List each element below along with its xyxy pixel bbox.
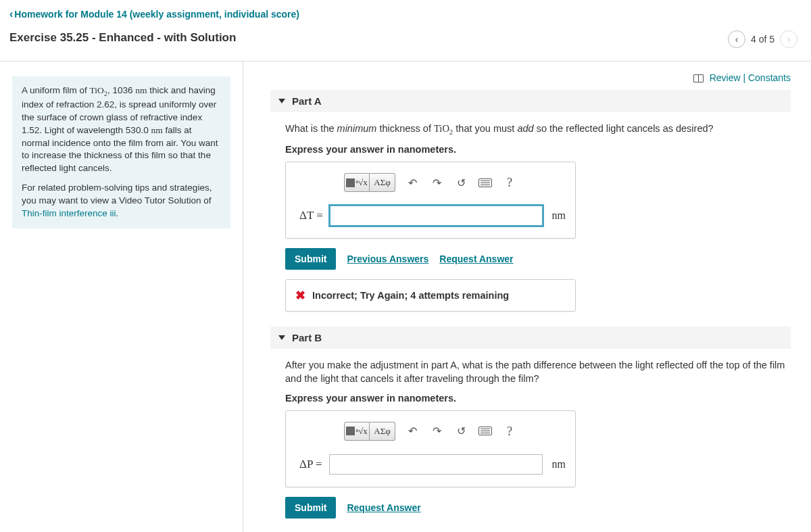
part-b-request-answer-link[interactable]: Request Answer <box>347 502 420 513</box>
template-icon <box>346 178 355 187</box>
part-a-unit: nm <box>549 210 566 222</box>
part-a-feedback-text: Incorrect; Try Again; 4 attempts remaini… <box>312 290 509 301</box>
caret-down-icon <box>278 99 285 103</box>
part-a: Part A What is the minimum thickness of … <box>270 90 791 312</box>
review-link[interactable]: Review <box>710 72 741 83</box>
keyboard-icon <box>478 178 492 187</box>
help-button[interactable]: ? <box>502 175 517 190</box>
pager-position: 4 of 5 <box>751 34 775 45</box>
part-b-answer-box: ⁿ√x ΑΣφ ↶ ↷ ↺ ? ΔP = nm <box>285 410 576 487</box>
part-b-variable: ΔP = <box>299 458 322 471</box>
part-a-submit-button[interactable]: Submit <box>285 248 336 270</box>
part-a-title: Part A <box>292 95 322 107</box>
problem-statement: A uniform film of TiO2, 1036 nm thick an… <box>12 76 230 228</box>
part-b-input[interactable] <box>329 454 543 475</box>
undo-button[interactable]: ↶ <box>405 424 420 439</box>
caret-down-icon <box>278 335 285 340</box>
part-b: Part B After you make the adjustment in … <box>270 327 791 518</box>
part-b-submit-button[interactable]: Submit <box>285 497 336 518</box>
part-a-previous-answers-link[interactable]: Previous Answers <box>347 253 428 264</box>
breadcrumb-label: Homework for Module 14 (weekly assignmen… <box>14 9 299 20</box>
keyboard-button[interactable] <box>478 175 493 190</box>
template-icon <box>346 427 355 435</box>
keyboard-button[interactable] <box>478 424 493 439</box>
breadcrumb-link[interactable]: ‹ Homework for Module 14 (weekly assignm… <box>9 8 299 20</box>
part-b-instruction: Express your answer in nanometers. <box>285 393 791 404</box>
video-tutor-link[interactable]: Thin-film interference iii <box>22 208 116 218</box>
part-a-input[interactable] <box>330 205 543 226</box>
help-button[interactable]: ? <box>502 424 517 439</box>
part-a-answer-box: ⁿ√x ΑΣφ ↶ ↷ ↺ ? ΔT = nm <box>285 162 576 239</box>
exercise-title: Exercise 35.25 - Enhanced - with Solutio… <box>0 24 245 54</box>
greek-letters-button[interactable]: ΑΣφ <box>370 173 395 192</box>
template-picker-button[interactable]: ⁿ√x <box>344 173 370 192</box>
part-a-question: What is the minimum thickness of TiO2 th… <box>285 122 791 137</box>
reset-button[interactable]: ↺ <box>453 175 468 190</box>
reset-button[interactable]: ↺ <box>453 424 468 439</box>
greek-letters-button[interactable]: ΑΣφ <box>370 422 395 441</box>
part-a-variable: ΔT = <box>299 209 323 222</box>
redo-button[interactable]: ↷ <box>429 175 444 190</box>
template-picker-button[interactable]: ⁿ√x <box>344 422 370 441</box>
part-a-instruction: Express your answer in nanometers. <box>285 144 791 155</box>
part-b-question: After you make the adjustment in part A,… <box>285 358 791 386</box>
part-a-feedback: ✖ Incorrect; Try Again; 4 attempts remai… <box>285 279 576 312</box>
part-b-toggle[interactable]: Part B <box>270 327 791 349</box>
part-a-toggle[interactable]: Part A <box>270 90 791 112</box>
pager: ‹ 4 of 5 › <box>728 30 811 48</box>
incorrect-icon: ✖ <box>295 288 305 303</box>
undo-button[interactable]: ↶ <box>405 175 420 190</box>
part-a-request-answer-link[interactable]: Request Answer <box>439 253 513 264</box>
chevron-left-icon: ‹ <box>9 8 13 20</box>
redo-button[interactable]: ↷ <box>429 424 444 439</box>
equation-toolbar: ⁿ√x ΑΣφ ↶ ↷ ↺ ? <box>295 422 566 441</box>
constants-link[interactable]: Constants <box>748 72 791 83</box>
next-exercise-button[interactable]: › <box>780 30 797 48</box>
flag-icon[interactable] <box>693 74 704 82</box>
equation-toolbar: ⁿ√x ΑΣφ ↶ ↷ ↺ ? <box>295 173 566 192</box>
part-b-title: Part B <box>292 332 322 343</box>
keyboard-icon <box>478 427 492 435</box>
prev-exercise-button[interactable]: ‹ <box>728 30 745 48</box>
part-b-unit: nm <box>549 458 566 470</box>
problem-sidebar: A uniform film of TiO2, 1036 nm thick an… <box>0 62 243 532</box>
